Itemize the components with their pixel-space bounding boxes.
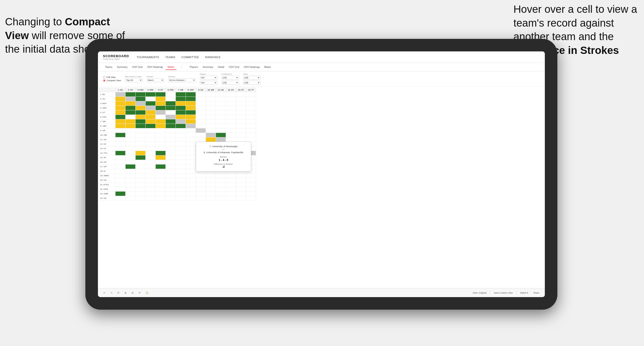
matrix-cell-9-2[interactable] xyxy=(136,133,146,137)
matrix-cell-3-1[interactable] xyxy=(126,106,136,110)
matrix-cell-12-4[interactable] xyxy=(156,146,166,151)
matrix-cell-12-2[interactable] xyxy=(136,146,146,151)
matrix-cell-21-7[interactable] xyxy=(186,187,196,192)
matrix-cell-2-9[interactable] xyxy=(206,101,216,106)
matrix-cell-22-0[interactable] xyxy=(115,192,126,196)
sub-tab-matrix[interactable]: Matrix xyxy=(165,65,176,70)
matrix-cell-4-12[interactable] xyxy=(236,110,246,115)
matrix-cell-11-5[interactable] xyxy=(166,142,176,146)
matrix-cell-20-9[interactable] xyxy=(206,183,216,187)
matrix-cell-13-0[interactable] xyxy=(115,151,126,155)
matrix-cell-15-6[interactable] xyxy=(176,160,186,164)
matrix-cell-14-0[interactable] xyxy=(115,155,126,160)
matrix-cell-18-10[interactable] xyxy=(216,174,226,178)
matrix-cell-20-2[interactable] xyxy=(136,183,146,187)
matrix-cell-13-7[interactable] xyxy=(186,151,196,155)
matrix-cell-7-5[interactable] xyxy=(166,124,176,128)
matrix-cell-19-2[interactable] xyxy=(136,178,146,183)
matrix-cell-9-9[interactable] xyxy=(206,133,216,137)
matrix-cell-11-1[interactable] xyxy=(126,142,136,146)
matrix-cell-10-10[interactable] xyxy=(216,137,226,142)
matrix-cell-23-8[interactable] xyxy=(196,196,206,201)
matrix-cell-3-4[interactable] xyxy=(156,106,166,110)
matrix-cell-10-0[interactable] xyxy=(115,137,126,142)
matrix-cell-4-4[interactable] xyxy=(156,110,166,115)
matrix-cell-18-12[interactable] xyxy=(236,174,246,178)
matrix-cell-13-5[interactable] xyxy=(166,151,176,155)
matrix-cell-23-10[interactable] xyxy=(216,196,226,201)
matrix-cell-1-13[interactable] xyxy=(246,97,256,101)
matrix-cell-4-11[interactable] xyxy=(226,110,236,115)
matrix-cell-15-3[interactable] xyxy=(146,160,156,164)
sub-tab-players[interactable]: Players xyxy=(188,65,200,69)
full-view-radio[interactable]: Full View xyxy=(103,76,121,78)
matrix-cell-2-5[interactable] xyxy=(166,101,176,106)
matrix-cell-1-7[interactable] xyxy=(186,97,196,101)
matrix-cell-19-3[interactable] xyxy=(146,178,156,183)
matrix-cell-14-4[interactable] xyxy=(156,155,166,160)
undo-btn[interactable]: ↩ xyxy=(102,291,107,295)
matrix-cell-7-12[interactable] xyxy=(236,124,246,128)
matrix-cell-21-0[interactable] xyxy=(115,187,126,192)
matrix-cell-6-12[interactable] xyxy=(236,119,246,124)
matrix-cell-8-10[interactable] xyxy=(216,128,226,133)
matrix-cell-23-2[interactable] xyxy=(136,196,146,201)
matrix-cell-2-10[interactable] xyxy=(216,101,226,106)
matrix-cell-15-0[interactable] xyxy=(115,160,126,164)
matrix-cell-19-10[interactable] xyxy=(216,178,226,183)
matrix-cell-1-12[interactable] xyxy=(236,97,246,101)
matrix-cell-16-7[interactable] xyxy=(186,164,196,169)
matrix-cell-12-6[interactable] xyxy=(176,146,186,151)
matrix-cell-5-3[interactable] xyxy=(146,115,156,119)
matrix-cell-5-8[interactable] xyxy=(196,115,206,119)
matrix-cell-0-11[interactable] xyxy=(226,92,236,97)
matrix-cell-6-4[interactable] xyxy=(156,119,166,124)
matrix-cell-23-1[interactable] xyxy=(126,196,136,201)
matrix-cell-0-2[interactable] xyxy=(136,92,146,97)
matrix-cell-21-5[interactable] xyxy=(166,187,176,192)
matrix-cell-9-0[interactable] xyxy=(115,133,126,137)
max-teams-select[interactable]: Top 50 xyxy=(125,78,143,82)
matrix-cell-5-11[interactable] xyxy=(226,115,236,119)
nav-rankings[interactable]: RANKINGS xyxy=(205,56,220,59)
matrix-cell-15-5[interactable] xyxy=(166,160,176,164)
matrix-cell-14-7[interactable] xyxy=(186,155,196,160)
matrix-cell-18-5[interactable] xyxy=(166,174,176,178)
watch-btn[interactable]: Watch ▾ xyxy=(518,291,530,295)
matrix-cell-22-1[interactable] xyxy=(126,192,136,196)
matrix-cell-2-0[interactable] xyxy=(115,101,126,106)
matrix-cell-17-6[interactable] xyxy=(176,169,186,174)
sub-tab-h2h-heatmap-r[interactable]: H2H Heatmap xyxy=(242,65,262,69)
matrix-cell-7-10[interactable] xyxy=(216,124,226,128)
matrix-cell-14-1[interactable] xyxy=(126,155,136,160)
matrix-cell-10-11[interactable] xyxy=(226,137,236,142)
matrix-cell-23-3[interactable] xyxy=(146,196,156,201)
matrix-cell-1-1[interactable] xyxy=(126,97,136,101)
matrix-cell-3-9[interactable] xyxy=(206,106,216,110)
matrix-cell-6-10[interactable] xyxy=(216,119,226,124)
matrix-cell-21-2[interactable] xyxy=(136,187,146,192)
nav-tournaments[interactable]: TOURNAMENTS xyxy=(137,56,159,59)
matrix-cell-7-9[interactable] xyxy=(206,124,216,128)
matrix-cell-20-4[interactable] xyxy=(156,183,166,187)
matrix-cell-20-0[interactable] xyxy=(115,183,126,187)
matrix-cell-5-1[interactable] xyxy=(126,115,136,119)
matrix-cell-9-10[interactable] xyxy=(216,133,226,137)
matrix-cell-10-7[interactable] xyxy=(186,137,196,142)
matrix-cell-22-10[interactable] xyxy=(216,192,226,196)
matrix-cell-10-1[interactable] xyxy=(126,137,136,142)
matrix-cell-19-5[interactable] xyxy=(166,178,176,183)
matrix-cell-22-2[interactable] xyxy=(136,192,146,196)
matrix-cell-6-8[interactable] xyxy=(196,119,206,124)
matrix-cell-18-7[interactable] xyxy=(186,174,196,178)
matrix-cell-23-5[interactable] xyxy=(166,196,176,201)
matrix-cell-14-2[interactable] xyxy=(136,155,146,160)
matrix-cell-6-0[interactable] xyxy=(115,119,126,124)
sub-tab-summary[interactable]: Summary xyxy=(115,65,130,69)
matrix-cell-12-5[interactable] xyxy=(166,146,176,151)
matrix-cell-22-3[interactable] xyxy=(146,192,156,196)
matrix-cell-1-4[interactable] xyxy=(156,97,166,101)
matrix-cell-0-7[interactable] xyxy=(186,92,196,97)
matrix-cell-7-6[interactable] xyxy=(176,124,186,128)
matrix-cell-8-1[interactable] xyxy=(126,128,136,133)
